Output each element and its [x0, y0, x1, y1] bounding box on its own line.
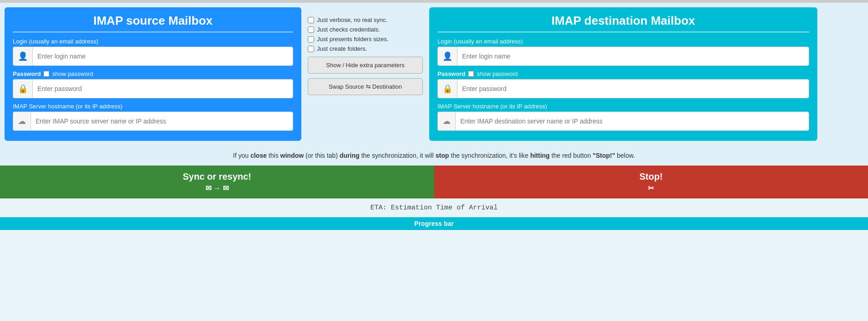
hitting-word: hitting	[530, 152, 550, 159]
dest-password-input[interactable]	[458, 81, 809, 96]
source-server-label: IMAP Server hostname (or its IP address)	[13, 103, 293, 110]
dest-server-icon: ☁	[438, 112, 456, 130]
source-login-input[interactable]	[33, 49, 293, 64]
source-server-icon: ☁	[13, 112, 31, 130]
source-show-password-label: show password	[52, 70, 93, 77]
during-word: during	[340, 152, 360, 159]
progress-bar-label: Progress bar	[414, 220, 453, 227]
dest-password-label-row: Password show password	[437, 70, 809, 77]
dest-password-icon: 🔒	[438, 80, 458, 98]
dest-login-icon: 👤	[438, 47, 458, 65]
source-server-input[interactable]	[31, 114, 293, 128]
source-show-password-checkbox[interactable]	[43, 71, 49, 77]
dest-server-input[interactable]	[456, 114, 809, 128]
source-password-label-row: Password show password	[13, 70, 293, 77]
sync-button[interactable]: Sync or resync! ✉ → ✉	[0, 166, 434, 198]
dest-show-password-checkbox[interactable]	[468, 71, 474, 77]
dest-panel: IMAP destination Mailbox Login (usually …	[429, 7, 817, 141]
stop-icon: ✂	[648, 184, 654, 193]
dest-show-password-label: show password	[477, 70, 518, 77]
dest-password-input-row: 🔒	[437, 79, 809, 98]
main-panels: IMAP source Mailbox Login (usually an em…	[0, 3, 868, 145]
stop-label: Stop!	[639, 171, 663, 182]
close-word: close	[250, 152, 267, 159]
eta-text: ETA: Estimation Time of Arrival	[370, 204, 498, 212]
source-password-input-row: 🔒	[13, 79, 293, 98]
source-login-label: Login (usually an email address)	[13, 38, 293, 45]
source-password-label: Password	[13, 70, 41, 77]
checkbox-create-folders[interactable]: Just create folders.	[308, 45, 423, 52]
dest-login-input[interactable]	[458, 49, 809, 64]
source-server-input-row: ☁	[13, 112, 293, 131]
source-password-icon: 🔒	[13, 80, 33, 98]
sync-icon: ✉ → ✉	[205, 184, 229, 193]
window-word: window	[280, 152, 304, 159]
action-buttons: Sync or resync! ✉ → ✉ Stop! ✂	[0, 166, 868, 198]
checkbox-folders-sizes[interactable]: Just presents folders sizes.	[308, 36, 423, 43]
source-password-input[interactable]	[33, 81, 293, 96]
eta-bar: ETA: Estimation Time of Arrival	[0, 198, 868, 217]
show-hide-extra-button[interactable]: Show / Hide extra parameters	[308, 57, 423, 74]
warning-bar: If you close this window (or this tab) d…	[0, 145, 868, 166]
stop-word: stop	[436, 152, 449, 159]
middle-panel: Just verbose, no real sync. Just checks …	[301, 7, 429, 141]
dest-panel-title: IMAP destination Mailbox	[437, 14, 809, 32]
dest-login-input-row: 👤	[437, 47, 809, 66]
swap-source-dest-button[interactable]: Swap Source ⇆ Destination	[308, 78, 423, 95]
credentials-checkbox[interactable]	[308, 27, 314, 33]
sync-label: Sync or resync!	[183, 171, 251, 182]
verbose-checkbox[interactable]	[308, 17, 314, 23]
dest-server-input-row: ☁	[437, 112, 809, 131]
source-login-icon: 👤	[13, 47, 33, 65]
progress-bar-container: Progress bar	[0, 217, 868, 230]
source-panel: IMAP source Mailbox Login (usually an em…	[5, 7, 301, 141]
source-panel-title: IMAP source Mailbox	[13, 14, 293, 32]
dest-server-label: IMAP Server hostname (or its IP address)	[437, 103, 809, 110]
dest-login-label: Login (usually an email address)	[437, 38, 809, 45]
stop-btn-ref: "Stop!"	[593, 152, 615, 159]
folders-sizes-checkbox[interactable]	[308, 36, 314, 43]
create-folders-checkbox[interactable]	[308, 46, 314, 52]
source-login-input-row: 👤	[13, 47, 293, 66]
checkbox-credentials[interactable]: Just checks credentials.	[308, 26, 423, 33]
checkbox-group: Just verbose, no real sync. Just checks …	[308, 16, 423, 52]
stop-button[interactable]: Stop! ✂	[434, 166, 868, 198]
checkbox-verbose[interactable]: Just verbose, no real sync.	[308, 16, 423, 23]
dest-password-label: Password	[437, 70, 465, 77]
